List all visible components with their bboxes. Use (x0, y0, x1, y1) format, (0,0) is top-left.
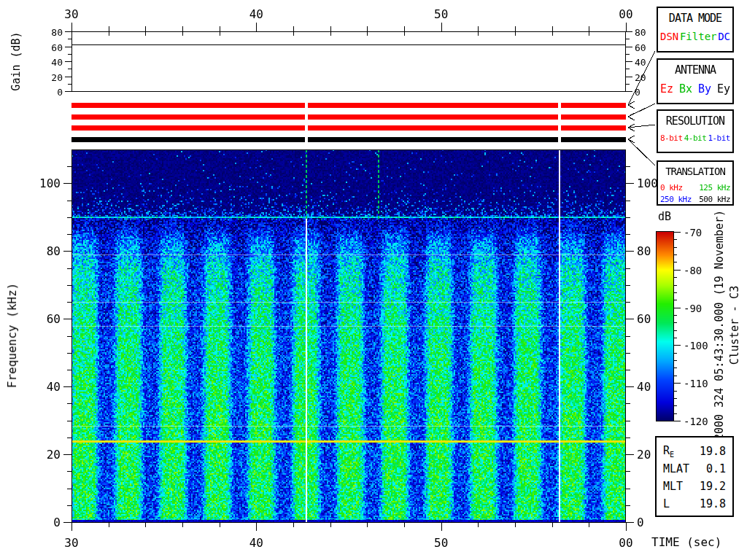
info-cell: 19.8 (700, 445, 726, 458)
tick-label: 0 (635, 87, 640, 96)
tick-label: 00 (619, 537, 632, 549)
legend-title: RESOLUTION (658, 114, 732, 128)
tick-label: 40 (47, 381, 61, 393)
status-bar-1 (561, 103, 626, 108)
frequency-axis-label: Frequency (kHz) (7, 283, 18, 389)
tick-label: 40 (637, 381, 651, 393)
legend-box-resolution: RESOLUTION8-bit4-bit1-bit (657, 109, 734, 153)
legend-item: Ey (717, 82, 730, 96)
legend-item: 125 kHz (699, 183, 730, 192)
status-bar-4 (561, 137, 626, 142)
tick-label: 60 (47, 314, 61, 325)
tick-label: 80 (47, 246, 61, 257)
tick-label: 100 (637, 178, 658, 190)
legend-box-translation: TRANSLATION0 kHz125 kHz250 kHz500 kHz (657, 160, 734, 206)
info-row: MLAT0.1 (663, 460, 726, 478)
status-bar-1 (308, 103, 558, 108)
tick-label: 40 (249, 9, 263, 20)
tick-label: -100 (684, 341, 708, 351)
tick-label: 80 (635, 27, 646, 36)
axes-overlay-svg (0, 0, 747, 560)
legend-item: 4-bit (684, 133, 707, 143)
status-bar-3 (308, 125, 558, 131)
wbd-spectrogram-plot: DATA MODEDSNFilterDCANTENNAEzBxByEyRESOL… (0, 0, 747, 560)
info-cell: L (663, 497, 670, 510)
tick-label: 00 (619, 9, 632, 20)
legend-item: 500 kHz (699, 195, 730, 204)
tick-label: 0 (53, 517, 61, 529)
status-bar-1 (71, 103, 305, 108)
info-row: RE19.8 (663, 443, 726, 460)
tick-label: -120 (684, 416, 708, 427)
status-bar-3 (71, 125, 305, 131)
info-cell: 19.8 (700, 497, 726, 510)
spacecraft-label: Cluster - C3 (729, 286, 740, 365)
tick-label: -90 (684, 303, 702, 314)
datetime-label: 2000 324 05:43:30.000 (19 November) (714, 210, 725, 440)
tick-label: 20 (635, 72, 646, 82)
colorbar-db-label: dB (658, 211, 671, 222)
tick-label: 20 (47, 449, 61, 461)
legend-item: 1-bit (708, 133, 730, 143)
info-row: L19.8 (663, 495, 726, 513)
tick-label: 50 (434, 9, 448, 20)
tick-label: -80 (684, 265, 702, 276)
tick-label: 80 (637, 246, 651, 257)
tick-label: 40 (51, 57, 63, 66)
legend-box-data-mode: DATA MODEDSNFilterDC (657, 7, 734, 52)
info-cell: 19.2 (700, 480, 726, 493)
info-cell: MLAT (663, 462, 689, 475)
tick-label: 50 (434, 537, 448, 549)
info-row: MLT19.2 (663, 478, 726, 495)
status-bar-4 (308, 137, 558, 142)
legend-item: 250 kHz (660, 195, 692, 204)
status-bar-2 (308, 114, 558, 120)
tick-label: 60 (637, 314, 651, 325)
info-cell: 0.1 (706, 462, 726, 475)
status-bar-4 (71, 137, 305, 142)
tick-label: 80 (51, 27, 63, 36)
orbit-info-box: RE19.8MLAT0.1MLT19.2L19.8 (655, 436, 734, 517)
tick-label: -110 (684, 378, 708, 389)
legend-title: ANTENNA (658, 63, 732, 77)
info-cell: MLT (663, 480, 683, 493)
legend-item: 8-bit (660, 133, 683, 143)
tick-label: 0 (57, 87, 63, 96)
time-axis-label: TIME (sec) (651, 537, 721, 548)
legend-item: Ez (660, 82, 673, 96)
status-bar-2 (561, 114, 626, 120)
legend-title: DATA MODE (658, 12, 732, 25)
tick-label: 60 (635, 42, 646, 52)
tick-label: 0 (637, 517, 644, 529)
status-bar-3 (561, 125, 626, 131)
tick-label: 30 (64, 537, 78, 549)
tick-label: 30 (64, 9, 78, 20)
tick-label: 40 (635, 57, 646, 66)
tick-label: 20 (637, 449, 651, 461)
info-cell: RE (663, 444, 674, 459)
legend-item: By (698, 82, 711, 96)
legend-item: DSN (660, 31, 678, 42)
tick-label: 40 (249, 537, 263, 549)
status-bar-2 (71, 114, 305, 120)
legend-item: Filter (680, 31, 717, 42)
legend-title: TRANSLATION (658, 166, 732, 177)
tick-label: 20 (51, 72, 63, 82)
tick-label: 100 (39, 178, 61, 190)
legend-item: DC (718, 31, 730, 42)
legend-item: Bx (679, 82, 692, 96)
gain-axis-label: Gain (dB) (11, 31, 22, 90)
tick-label: -70 (684, 228, 702, 238)
legend-box-antenna: ANTENNAEzBxByEy (657, 58, 734, 104)
tick-label: 60 (51, 42, 63, 52)
legend-item: 0 kHz (660, 183, 683, 192)
